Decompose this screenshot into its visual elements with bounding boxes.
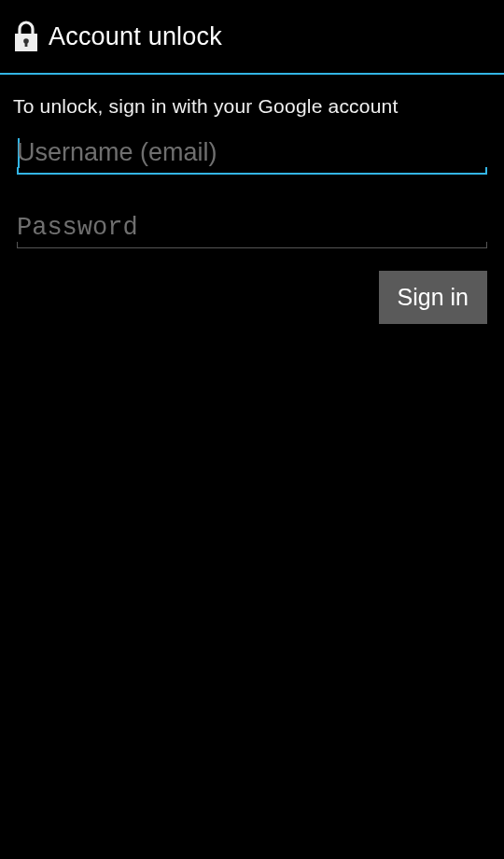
password-field-wrap xyxy=(13,208,491,248)
password-input[interactable] xyxy=(17,208,487,248)
button-row: Sign in xyxy=(13,271,491,324)
page-title: Account unlock xyxy=(49,22,222,51)
content-area: To unlock, sign in with your Google acco… xyxy=(0,75,504,324)
username-field-wrap xyxy=(13,133,491,175)
header-bar: Account unlock xyxy=(0,0,504,73)
lock-icon xyxy=(11,20,41,53)
username-input[interactable] xyxy=(17,133,487,175)
username-input-container xyxy=(17,133,487,175)
password-input-container xyxy=(17,208,487,248)
svg-rect-2 xyxy=(25,42,28,47)
signin-button[interactable]: Sign in xyxy=(379,271,487,324)
instructions-text: To unlock, sign in with your Google acco… xyxy=(13,95,491,118)
